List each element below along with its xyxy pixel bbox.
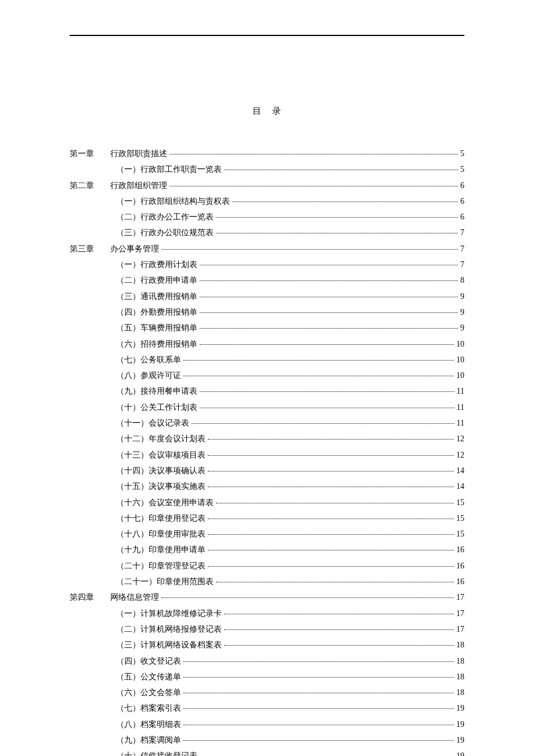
toc-page-number: 5 [460,146,464,161]
toc-leader-dots [208,550,454,550]
toc-chapter: 第四章 [70,589,110,605]
toc-row: （一）行政费用计划表7 [70,257,464,272]
toc-row: （十八）印章使用审批表15 [70,526,464,542]
toc-row: （十四）决议事项确认表14 [70,463,464,478]
toc-row: （十五）决议事项实施表14 [70,478,464,494]
toc-label: （八）档案明细表 [70,717,181,732]
toc-row: （十六）会议室使用申请表15 [70,495,464,510]
toc-row: （七）档案索引表19 [70,700,464,716]
toc-page-number: 15 [456,495,464,510]
toc-label: （十六）会议室使用申请表 [70,495,214,510]
toc-leader-dots [232,201,458,202]
toc-leader-dots [183,740,454,741]
toc-leader-dots [224,645,454,646]
toc-page-number: 10 [456,368,464,383]
toc-label: （二）计算机网络报修登记表 [70,621,222,637]
toc-leader-dots [192,423,454,424]
toc-page-number: 6 [460,209,464,225]
document-page: 目 录 第一章行政部职责描述5（一）行政部工作职责一览表5第二章行政部组织管理6… [0,0,534,756]
toc-label: （二十一）印章使用范围表 [70,574,214,589]
toc-page-number: 9 [460,304,464,320]
toc-label: （十七）印章使用登记表 [70,510,205,526]
toc-label: （七）公务联系单 [70,352,181,368]
toc-chapter: 第二章 [70,178,110,193]
toc-page-number: 15 [456,526,464,542]
toc-page-number: 12 [456,447,464,463]
toc-leader-dots [161,597,454,598]
toc-leader-dots [200,408,454,408]
toc-row: 第二章行政部组织管理6 [70,178,464,193]
toc-leader-dots [216,503,454,503]
toc-row: （五）公文传递单18 [70,669,464,685]
toc-label: 行政部职责描述 [110,146,167,161]
toc-row: （二十一）印章使用范围表16 [70,574,464,589]
toc-leader-dots [183,376,454,376]
toc-leader-dots [208,519,454,519]
toc-leader-dots [200,280,458,281]
toc-title: 目 录 [70,106,464,117]
toc-label: （三）计算机网络设备档案表 [70,637,222,653]
toc-page-number: 7 [460,225,464,240]
toc-label: （三）通讯费用报销单 [70,289,197,304]
toc-leader-dots [216,217,458,218]
toc-page-number: 11 [457,399,464,415]
toc-label: （一）计算机故障维修记录卡 [70,606,222,621]
toc-chapter: 第三章 [70,241,110,257]
toc-label: （七）档案索引表 [70,700,181,716]
toc-page-number: 12 [456,431,464,447]
toc-row: （四）收文登记表18 [70,653,464,669]
toc-page-number: 17 [456,606,464,621]
toc-page-number: 17 [456,621,464,637]
toc-label: （一）行政部组织结构与责权表 [70,193,230,209]
toc-page-number: 15 [456,510,464,526]
toc-page-number: 11 [457,415,464,431]
toc-page-number: 16 [456,542,464,557]
toc-label: （五）公文传递单 [70,669,181,685]
toc-leader-dots [200,265,458,265]
toc-row: （十一）会议记录表11 [70,415,464,431]
toc-page-number: 9 [460,320,464,336]
toc-row: （五）车辆费用报销单9 [70,320,464,336]
toc-row: （一）计算机故障维修记录卡17 [70,606,464,621]
toc-leader-dots [208,471,454,471]
toc-label: 网络信息管理 [110,589,159,605]
toc-row: （八）档案明细表19 [70,717,464,732]
toc-row: （九）接待用餐申请表11 [70,383,464,399]
toc-row: （六）公文会签单18 [70,685,464,700]
toc-leader-dots [208,455,454,456]
toc-leader-dots [224,629,454,630]
toc-label: （十）信件接收登记表 [70,748,197,756]
toc-row: （三）行政办公职位规范表7 [70,225,464,240]
toc-page-number: 19 [456,748,464,756]
toc-label: （六）招待费用报销单 [70,336,197,352]
toc-leader-dots [183,725,454,725]
toc-leader-dots [200,328,458,329]
toc-page-number: 8 [460,272,464,288]
toc-page-number: 18 [456,669,464,685]
horizontal-rule [70,35,464,36]
toc-leader-dots [200,344,454,345]
toc-label: （八）参观许可证 [70,368,181,383]
toc-row: （八）参观许可证10 [70,368,464,383]
toc-leader-dots [200,312,458,313]
toc-page-number: 9 [460,289,464,304]
toc-page-number: 18 [456,637,464,653]
toc-row: （十二）年度会议计划表12 [70,431,464,447]
toc-row: （三）计算机网络设备档案表18 [70,637,464,653]
toc-leader-dots [208,439,454,440]
toc-label: （四）外勤费用报销单 [70,304,197,320]
toc-leader-dots [169,154,458,154]
toc-label: （二十）印章管理登记表 [70,558,205,574]
toc-label: （一）行政部工作职责一览表 [70,161,222,177]
toc-page-number: 17 [456,589,464,605]
toc-leader-dots [183,708,454,709]
toc-leader-dots [169,186,458,186]
toc-page-number: 6 [460,178,464,193]
toc-row: （十七）印章使用登记表15 [70,510,464,526]
toc-label: （十八）印章使用审批表 [70,526,205,542]
toc-page-number: 18 [456,685,464,700]
toc-row: （二十）印章管理登记表16 [70,558,464,574]
toc-row: （二）行政费用申请单8 [70,272,464,288]
toc-row: 第三章办公事务管理7 [70,241,464,257]
toc-label: （六）公文会签单 [70,685,181,700]
